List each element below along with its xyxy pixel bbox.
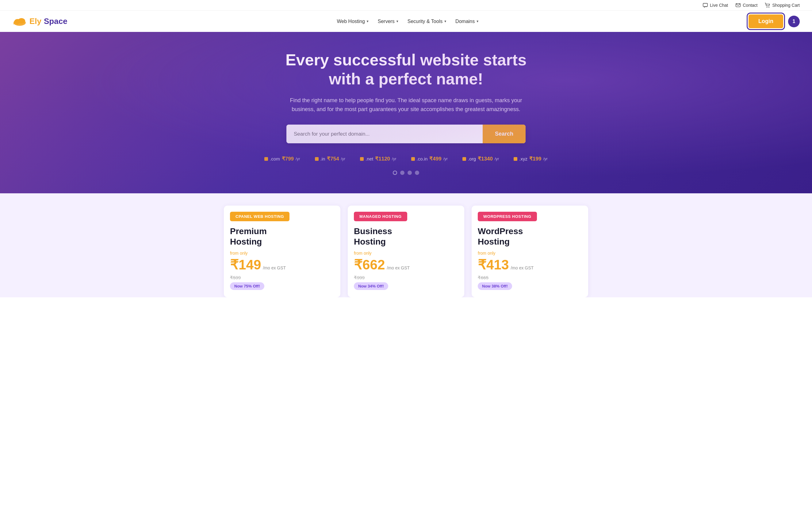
wordpress-price-suffix: /mo ex GST xyxy=(510,266,534,270)
premium-offer-badge: Now 75% Off! xyxy=(230,282,264,290)
nav-web-hosting[interactable]: Web Hosting ▼ xyxy=(337,19,369,24)
live-chat-link[interactable]: Live Chat xyxy=(702,2,728,8)
hero-subheading: Find the right name to help people find … xyxy=(286,96,526,114)
domain-search-bar: Search xyxy=(286,125,526,143)
domain-org[interactable]: .org ₹1340 /yr xyxy=(462,156,499,162)
chat-icon xyxy=(702,2,708,8)
svg-point-3 xyxy=(769,7,770,8)
chevron-down-icon: ▼ xyxy=(444,20,447,23)
login-button[interactable]: Login xyxy=(749,14,783,28)
premium-price: ₹149 xyxy=(230,257,261,272)
domain-prices-list: .com ₹799 /yr .in ₹754 /yr .net ₹1120 /y… xyxy=(12,156,800,162)
wordpress-original-price: ₹665 xyxy=(472,275,588,281)
business-title: BusinessHosting xyxy=(348,226,464,247)
chevron-down-icon: ▼ xyxy=(396,20,399,23)
contact-link[interactable]: Contact xyxy=(735,2,757,8)
premium-from: from only xyxy=(224,251,340,256)
business-hosting-card: MANAGED HOSTING BusinessHosting from onl… xyxy=(348,205,464,297)
domain-dot-icon xyxy=(315,157,319,161)
dot-4[interactable] xyxy=(415,171,419,175)
hosting-cards-section: CPANEL WEB HOSTING PremiumHosting from o… xyxy=(0,193,812,297)
premium-price-suffix: /mo ex GST xyxy=(263,266,286,270)
main-nav: Web Hosting ▼ Servers ▼ Security & Tools… xyxy=(337,19,479,24)
carousel-dots xyxy=(12,171,800,175)
domain-dot-icon xyxy=(462,157,466,161)
domain-dot-icon xyxy=(360,157,364,161)
nav-servers[interactable]: Servers ▼ xyxy=(378,19,399,24)
mail-icon xyxy=(735,2,741,8)
shopping-cart-link[interactable]: Shopping Cart xyxy=(765,2,800,8)
cart-icon xyxy=(765,2,770,8)
domain-xyz[interactable]: .xyz ₹199 /yr xyxy=(513,156,548,162)
dot-3[interactable] xyxy=(407,171,412,175)
top-bar: Live Chat Contact Shopping Cart xyxy=(0,0,812,11)
header-right: Login 1 xyxy=(749,14,800,28)
domain-net[interactable]: .net ₹1120 /yr xyxy=(360,156,396,162)
header: ElySpace Web Hosting ▼ Servers ▼ Securit… xyxy=(0,11,812,32)
cart-badge[interactable]: 1 xyxy=(788,16,800,27)
svg-point-2 xyxy=(767,7,768,8)
business-offer-badge: Now 34% Off! xyxy=(354,282,388,290)
business-from: from only xyxy=(348,251,464,256)
premium-offer-row: Now 75% Off! xyxy=(224,282,340,290)
hero-section: Every successful website starts with a p… xyxy=(0,32,812,193)
logo[interactable]: ElySpace xyxy=(12,16,68,27)
domain-dot-icon xyxy=(513,157,517,161)
nav-security-tools[interactable]: Security & Tools ▼ xyxy=(407,19,447,24)
managed-badge: MANAGED HOSTING xyxy=(354,212,407,221)
svg-rect-0 xyxy=(703,3,708,7)
cpanel-badge: CPANEL WEB HOSTING xyxy=(230,212,289,221)
domain-in[interactable]: .in ₹754 /yr xyxy=(315,156,346,162)
wordpress-from: from only xyxy=(472,251,588,256)
premium-original-price: ₹599 xyxy=(224,275,340,281)
business-offer-row: Now 34% Off! xyxy=(348,282,464,290)
dot-2[interactable] xyxy=(400,171,405,175)
wordpress-hosting-card: WORDPRESS HOSTING WordPressHosting from … xyxy=(472,205,588,297)
premium-price-line: ₹149 /mo ex GST xyxy=(224,257,340,272)
chevron-down-icon: ▼ xyxy=(476,20,479,23)
business-price-suffix: /mo ex GST xyxy=(387,266,410,270)
wordpress-offer-row: Now 38% Off! xyxy=(472,282,588,290)
domain-co-in[interactable]: .co.in ₹499 /yr xyxy=(411,156,448,162)
business-price-line: ₹662 /mo ex GST xyxy=(348,257,464,272)
business-price: ₹662 xyxy=(354,257,385,272)
domain-com[interactable]: .com ₹799 /yr xyxy=(264,156,300,162)
business-original-price: ₹999 xyxy=(348,275,464,281)
wordpress-price: ₹413 xyxy=(478,257,509,272)
hero-heading: Every successful website starts with a p… xyxy=(283,50,529,89)
premium-hosting-card: CPANEL WEB HOSTING PremiumHosting from o… xyxy=(224,205,340,297)
chevron-down-icon: ▼ xyxy=(366,20,369,23)
wordpress-offer-badge: Now 38% Off! xyxy=(478,282,512,290)
domain-dot-icon xyxy=(264,157,268,161)
nav-domains[interactable]: Domains ▼ xyxy=(455,19,479,24)
wordpress-title: WordPressHosting xyxy=(472,226,588,247)
premium-title: PremiumHosting xyxy=(224,226,340,247)
wordpress-badge: WORDPRESS HOSTING xyxy=(478,212,537,221)
search-button[interactable]: Search xyxy=(483,125,526,143)
logo-cloud-icon xyxy=(12,16,27,27)
wordpress-price-line: ₹413 /mo ex GST xyxy=(472,257,588,272)
search-input[interactable] xyxy=(286,125,483,143)
domain-dot-icon xyxy=(411,157,415,161)
svg-point-6 xyxy=(18,18,25,24)
dot-1[interactable] xyxy=(393,171,397,175)
